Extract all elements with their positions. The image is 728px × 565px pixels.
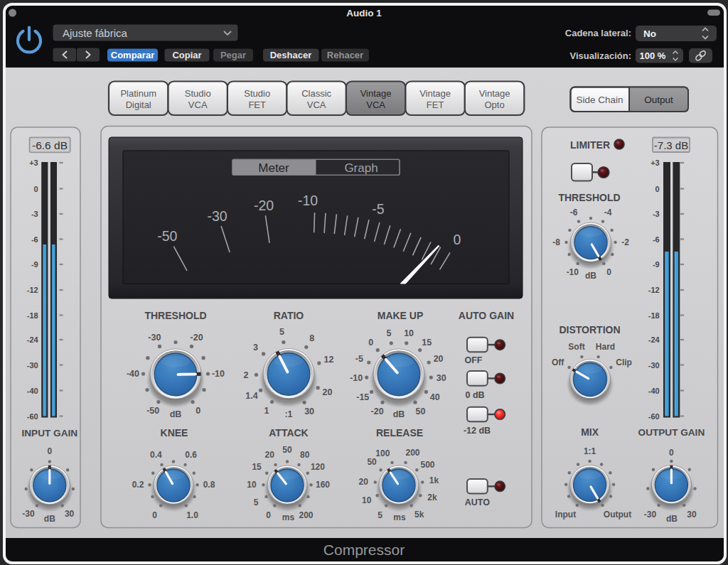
svg-text:0 dB: 0 dB xyxy=(465,390,484,400)
svg-text:Vintage: Vintage xyxy=(419,88,451,99)
svg-text:KNEE: KNEE xyxy=(161,427,188,438)
svg-text:120: 120 xyxy=(311,462,325,472)
svg-text:3: 3 xyxy=(253,343,258,353)
svg-text:Cadena lateral:: Cadena lateral: xyxy=(565,28,631,38)
svg-text:-10: -10 xyxy=(350,373,363,383)
svg-text:-40: -40 xyxy=(127,369,139,379)
svg-text:5: 5 xyxy=(279,327,284,337)
svg-text:dB: dB xyxy=(44,514,55,524)
svg-text:-20: -20 xyxy=(254,198,274,213)
svg-text:ATTACK: ATTACK xyxy=(269,427,308,438)
svg-text:50: 50 xyxy=(415,407,425,416)
svg-text:-20: -20 xyxy=(191,333,203,343)
svg-text:VCA: VCA xyxy=(366,99,385,110)
svg-text:12: 12 xyxy=(323,355,333,365)
svg-text:-24: -24 xyxy=(27,335,39,344)
svg-text:-60: -60 xyxy=(27,412,38,421)
svg-text:MIX: MIX xyxy=(581,426,599,438)
svg-text:Compressor: Compressor xyxy=(323,542,405,558)
svg-text:5k: 5k xyxy=(414,510,424,520)
svg-text:dB: dB xyxy=(585,271,596,281)
svg-text:Output: Output xyxy=(604,510,631,520)
svg-text:-60: -60 xyxy=(648,412,660,421)
svg-text:100 %: 100 % xyxy=(640,50,666,61)
svg-text:1:1: 1:1 xyxy=(584,446,596,456)
svg-text:-30: -30 xyxy=(27,361,38,370)
svg-text:DISTORTION: DISTORTION xyxy=(559,324,620,335)
svg-text:30: 30 xyxy=(304,407,314,416)
svg-text:2: 2 xyxy=(244,370,249,380)
svg-text:80: 80 xyxy=(300,450,310,460)
svg-text:Visualización:: Visualización: xyxy=(570,50,631,61)
svg-text:-20: -20 xyxy=(371,407,384,416)
svg-text:-3: -3 xyxy=(31,210,38,218)
svg-text:dB: dB xyxy=(170,409,182,419)
svg-text:-7.3 dB: -7.3 dB xyxy=(654,139,688,151)
svg-text:0: 0 xyxy=(152,510,157,520)
svg-text:-50: -50 xyxy=(146,406,159,416)
svg-text:0.8: 0.8 xyxy=(203,480,215,490)
svg-text:100: 100 xyxy=(375,448,390,458)
svg-text:Clip: Clip xyxy=(616,357,632,367)
svg-text:dB: dB xyxy=(666,514,678,524)
svg-text:5: 5 xyxy=(254,497,259,507)
svg-text:-3: -3 xyxy=(653,210,660,218)
svg-text:Opto: Opto xyxy=(485,99,505,110)
svg-text:ms: ms xyxy=(393,512,406,522)
svg-text:Studio: Studio xyxy=(185,88,211,99)
svg-text:200: 200 xyxy=(299,510,313,520)
svg-text:-40: -40 xyxy=(27,387,38,395)
svg-text::1: :1 xyxy=(284,409,292,419)
svg-text:Copiar: Copiar xyxy=(172,50,201,60)
svg-text:0.2: 0.2 xyxy=(132,480,144,490)
svg-text:VCA: VCA xyxy=(307,99,326,110)
svg-text:-2: -2 xyxy=(621,237,629,247)
svg-text:-40: -40 xyxy=(648,387,660,395)
svg-text:Platinum: Platinum xyxy=(120,88,156,99)
svg-text:-10: -10 xyxy=(298,193,318,208)
svg-text:0: 0 xyxy=(266,510,271,520)
svg-text:Side Chain: Side Chain xyxy=(576,95,623,105)
svg-text:Rehacer: Rehacer xyxy=(327,50,363,60)
svg-text:-15: -15 xyxy=(356,392,369,402)
svg-text:-10: -10 xyxy=(212,369,225,379)
svg-text:Graph: Graph xyxy=(344,161,378,175)
svg-text:5: 5 xyxy=(378,510,382,520)
svg-text:40: 40 xyxy=(430,392,440,402)
svg-text:-12: -12 xyxy=(27,286,38,294)
svg-text:1.4: 1.4 xyxy=(245,391,257,401)
svg-text:Meter: Meter xyxy=(258,161,289,175)
svg-text:-12 dB: -12 dB xyxy=(464,426,491,436)
svg-text:-6: -6 xyxy=(570,208,578,217)
svg-text:0: 0 xyxy=(47,446,52,456)
svg-text:AUTO GAIN: AUTO GAIN xyxy=(459,310,514,321)
svg-text:20: 20 xyxy=(265,450,275,460)
svg-text:50: 50 xyxy=(282,445,292,455)
svg-text:-30: -30 xyxy=(648,361,660,370)
svg-text:LIMITER: LIMITER xyxy=(570,139,610,151)
svg-text:10: 10 xyxy=(404,328,414,338)
svg-text:0: 0 xyxy=(196,406,200,416)
svg-text:Output: Output xyxy=(644,95,673,105)
svg-text:Audio 1: Audio 1 xyxy=(346,8,382,18)
svg-text:1.0: 1.0 xyxy=(186,510,198,520)
svg-text:0.6: 0.6 xyxy=(185,450,197,460)
svg-text:8: 8 xyxy=(309,333,314,343)
svg-text:Studio: Studio xyxy=(244,88,270,99)
svg-text:0: 0 xyxy=(669,448,674,458)
svg-text:+3: +3 xyxy=(29,158,38,167)
svg-text:-24: -24 xyxy=(648,335,660,344)
svg-text:-10: -10 xyxy=(567,267,579,277)
svg-text:10: 10 xyxy=(247,480,257,490)
svg-text:30: 30 xyxy=(687,510,697,520)
svg-text:1k: 1k xyxy=(429,475,439,485)
svg-text:30: 30 xyxy=(437,373,446,383)
svg-text:Deshacer: Deshacer xyxy=(270,50,312,60)
svg-text:0.4: 0.4 xyxy=(150,450,162,460)
svg-text:No: No xyxy=(643,28,656,39)
svg-text:RATIO: RATIO xyxy=(274,310,304,321)
svg-text:MAKE UP: MAKE UP xyxy=(378,310,424,321)
svg-text:VCA: VCA xyxy=(188,99,208,110)
svg-text:0: 0 xyxy=(606,267,611,277)
svg-text:THRESHOLD: THRESHOLD xyxy=(144,310,206,321)
